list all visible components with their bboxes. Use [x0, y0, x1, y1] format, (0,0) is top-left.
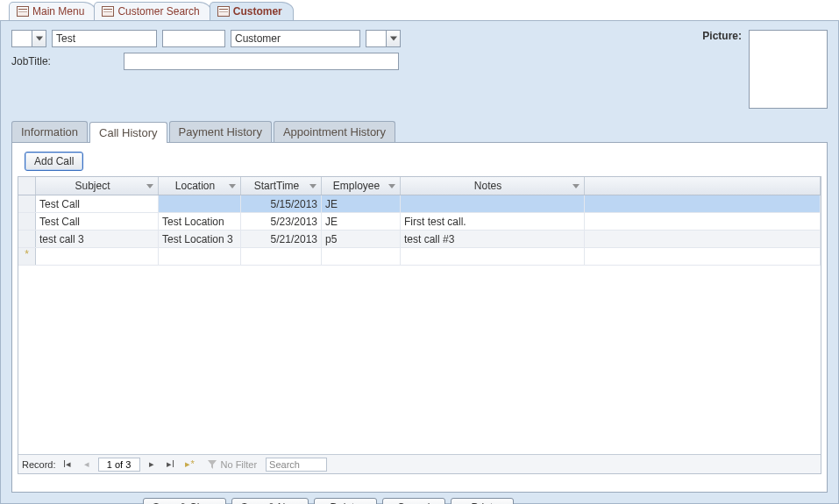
cell[interactable] — [401, 195, 585, 212]
cell[interactable]: JE — [322, 195, 401, 212]
picture-box[interactable] — [749, 30, 828, 109]
chevron-down-icon[interactable] — [228, 181, 237, 190]
column-label: StartTime — [254, 180, 300, 192]
cell[interactable]: test call 3 — [36, 231, 159, 247]
chevron-down-icon[interactable] — [388, 181, 396, 190]
column-header-employee[interactable]: Employee — [322, 177, 401, 195]
cell[interactable]: 5/23/2013 — [241, 213, 322, 230]
button-label: Add Call — [34, 155, 74, 167]
save-close-button[interactable]: Save & Close — [143, 498, 226, 504]
customer-form: JobTitle: Picture: Information Call Hist… — [0, 21, 839, 504]
cell[interactable] — [159, 195, 241, 212]
window-tab-label: Main Menu — [32, 5, 84, 18]
cell[interactable] — [36, 248, 159, 265]
cell[interactable] — [585, 248, 821, 265]
table-row[interactable]: Test Call5/15/2013JE — [18, 195, 821, 213]
tab-call-history[interactable]: Call History — [89, 122, 167, 143]
window-tab-main-menu[interactable]: Main Menu — [9, 2, 96, 20]
chevron-down-icon[interactable] — [386, 31, 400, 46]
cell[interactable]: Test Call — [36, 213, 159, 230]
save-new-button[interactable]: Save & New — [231, 498, 309, 504]
cell[interactable]: p5 — [322, 231, 401, 247]
row-selector[interactable] — [18, 213, 36, 230]
tab-body-call-history: Add Call Subject Location StartTime — [11, 142, 828, 493]
job-title-field[interactable] — [124, 53, 399, 70]
cell[interactable]: test call #3 — [401, 231, 585, 247]
column-label: Employee — [333, 180, 380, 192]
record-position-field[interactable] — [98, 458, 140, 472]
window-tab-label: Customer Search — [117, 5, 199, 18]
detail-tab-control: Information Call History Payment History… — [11, 121, 828, 493]
prefix-combo[interactable] — [11, 30, 46, 47]
window-tab-customer[interactable]: Customer — [210, 2, 294, 20]
column-label: Notes — [474, 180, 501, 192]
column-header-notes[interactable]: Notes — [401, 177, 585, 195]
middle-name-field[interactable] — [162, 30, 225, 47]
table-row[interactable]: Test CallTest Location5/23/2013JEFirst t… — [18, 213, 821, 231]
chevron-down-icon[interactable] — [309, 181, 317, 190]
record-label: Record: — [22, 459, 56, 470]
chevron-down-icon[interactable] — [32, 31, 46, 46]
table-row[interactable]: test call 3Test Location 35/21/2013p5tes… — [18, 231, 821, 248]
detail-tab-strip: Information Call History Payment History… — [11, 121, 828, 142]
form-icon — [17, 6, 29, 17]
chevron-down-icon[interactable] — [146, 181, 154, 190]
tab-payment-history[interactable]: Payment History — [169, 121, 272, 142]
nav-next-icon[interactable]: ▸ — [144, 458, 160, 472]
customer-header-row: JobTitle: Picture: — [11, 30, 828, 109]
column-header-starttime[interactable]: StartTime — [241, 177, 322, 195]
row-selector[interactable] — [18, 195, 36, 212]
job-title-label: JobTitle: — [11, 55, 118, 67]
column-header-subject[interactable]: Subject — [36, 177, 159, 195]
tab-label: Payment History — [179, 125, 262, 138]
nav-first-icon[interactable]: I◂ — [60, 458, 75, 472]
filter-label: No Filter — [221, 459, 258, 470]
form-icon — [217, 6, 230, 17]
first-name-field[interactable] — [52, 30, 157, 47]
chevron-down-icon[interactable] — [572, 181, 580, 190]
cell[interactable] — [322, 248, 401, 265]
cell[interactable] — [585, 213, 821, 230]
row-selector[interactable] — [18, 231, 36, 247]
delete-button[interactable]: Delete — [314, 498, 377, 504]
cell[interactable]: First test call. — [401, 213, 585, 230]
cancel-button[interactable]: Cancel — [382, 498, 445, 504]
row-selector[interactable]: * — [18, 248, 36, 265]
cell[interactable]: Test Location — [159, 213, 241, 230]
window-tab-customer-search[interactable]: Customer Search — [94, 2, 210, 20]
record-navigator: Record: I◂ ◂ ▸ ▸I ▸* No Filter — [18, 454, 821, 473]
print-button[interactable]: Print — [451, 498, 514, 504]
grid-body: Test Call5/15/2013JETest CallTest Locati… — [18, 195, 821, 454]
window-tab-label: Customer — [233, 5, 282, 18]
cell[interactable]: Test Call — [36, 195, 159, 212]
cell[interactable]: 5/15/2013 — [241, 195, 322, 212]
form-icon — [102, 6, 114, 17]
column-header-blank — [585, 177, 821, 195]
cell[interactable] — [241, 248, 322, 265]
select-all-cell[interactable] — [18, 177, 36, 195]
column-header-location[interactable]: Location — [159, 177, 241, 195]
cell[interactable] — [585, 231, 821, 247]
tab-appointment-history[interactable]: Appointment History — [274, 121, 395, 142]
nav-new-icon[interactable]: ▸* — [182, 458, 198, 472]
record-search-field[interactable] — [266, 458, 327, 472]
funnel-icon — [207, 459, 217, 470]
cell[interactable] — [401, 248, 585, 265]
suffix-combo[interactable] — [366, 30, 401, 47]
cell[interactable]: 5/21/2013 — [241, 231, 322, 247]
picture-label: Picture: — [702, 30, 742, 42]
cell[interactable]: Test Location 3 — [159, 231, 241, 247]
tab-information[interactable]: Information — [11, 121, 88, 142]
add-call-button[interactable]: Add Call — [25, 152, 83, 171]
window-tab-strip: Main Menu Customer Search Customer — [0, 0, 839, 21]
cell[interactable] — [159, 248, 241, 265]
tab-label: Appointment History — [283, 125, 386, 138]
cell[interactable] — [585, 195, 821, 212]
nav-last-icon[interactable]: ▸I — [163, 458, 179, 472]
new-record-row[interactable]: * — [18, 248, 821, 266]
filter-indicator[interactable]: No Filter — [207, 459, 258, 470]
last-name-field[interactable] — [231, 30, 360, 47]
nav-prev-icon[interactable]: ◂ — [79, 458, 95, 472]
cell[interactable]: JE — [322, 213, 401, 230]
form-footer-buttons: Save & Close Save & New Delete Cancel Pr… — [143, 498, 828, 504]
